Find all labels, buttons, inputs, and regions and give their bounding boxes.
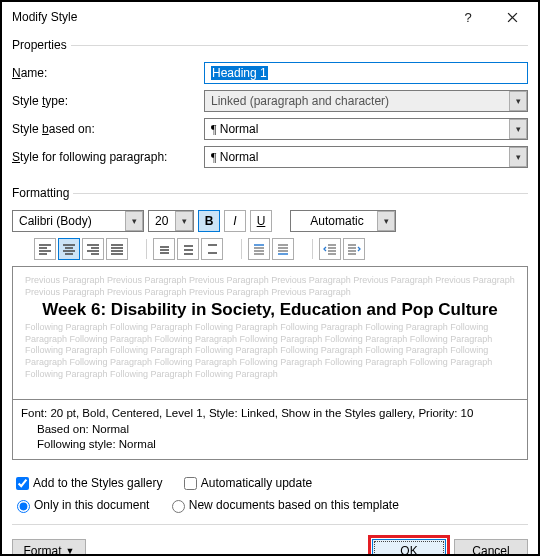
- properties-legend: Properties: [12, 38, 71, 52]
- dialog-title: Modify Style: [12, 10, 446, 24]
- preview-pane: Previous Paragraph Previous Paragraph Pr…: [12, 266, 528, 400]
- style-description: Font: 20 pt, Bold, Centered, Level 1, St…: [12, 400, 528, 460]
- line-spacing-2-button[interactable]: [201, 238, 223, 260]
- formatting-legend: Formatting: [12, 186, 73, 200]
- style-type-combo: Linked (paragraph and character) ▾: [204, 90, 528, 112]
- chevron-down-icon[interactable]: ▾: [509, 119, 527, 139]
- bold-button[interactable]: B: [198, 210, 220, 232]
- space-before-inc-button[interactable]: [248, 238, 270, 260]
- chevron-down-icon: ▾: [509, 91, 527, 111]
- align-center-button[interactable]: [58, 238, 80, 260]
- formatting-group: Formatting Calibri (Body) ▾ 20 ▾ B I U A…: [12, 186, 528, 466]
- format-button[interactable]: Format ▼: [12, 539, 86, 556]
- font-size-combo[interactable]: 20 ▾: [148, 210, 194, 232]
- based-on-combo[interactable]: ¶ Normal ▾: [204, 118, 528, 140]
- name-label: Name:: [12, 66, 204, 80]
- chevron-down-icon[interactable]: ▾: [377, 211, 395, 231]
- style-type-label: Style type:: [12, 94, 204, 108]
- font-combo[interactable]: Calibri (Body) ▾: [12, 210, 144, 232]
- new-docs-radio[interactable]: New documents based on this template: [167, 497, 399, 513]
- italic-button[interactable]: I: [224, 210, 246, 232]
- close-button[interactable]: [490, 3, 534, 31]
- chevron-down-icon[interactable]: ▾: [125, 211, 143, 231]
- align-right-button[interactable]: [82, 238, 104, 260]
- chevron-down-icon[interactable]: ▾: [175, 211, 193, 231]
- add-gallery-checkbox[interactable]: Add to the Styles gallery: [12, 474, 162, 493]
- chevron-down-icon[interactable]: ▾: [509, 147, 527, 167]
- following-combo[interactable]: ¶ Normal ▾: [204, 146, 528, 168]
- titlebar: Modify Style ?: [2, 2, 538, 32]
- auto-update-checkbox[interactable]: Automatically update: [180, 474, 312, 493]
- help-button[interactable]: ?: [446, 3, 490, 31]
- line-spacing-15-button[interactable]: [177, 238, 199, 260]
- space-before-dec-button[interactable]: [272, 238, 294, 260]
- based-on-label: Style based on:: [12, 122, 204, 136]
- indent-decrease-button[interactable]: [319, 238, 341, 260]
- properties-group: Properties Name: Heading 1 Style type: L…: [12, 38, 528, 180]
- cancel-button[interactable]: Cancel: [454, 539, 528, 556]
- only-this-doc-radio[interactable]: Only in this document: [12, 497, 149, 513]
- line-spacing-1-button[interactable]: [153, 238, 175, 260]
- name-input[interactable]: Heading 1: [204, 62, 528, 84]
- following-label: Style for following paragraph:: [12, 150, 204, 164]
- font-color-combo[interactable]: Automatic ▾: [290, 210, 396, 232]
- align-justify-button[interactable]: [106, 238, 128, 260]
- ok-button[interactable]: OK: [372, 539, 446, 556]
- preview-sample-text: Week 6: Disability in Society, Education…: [25, 300, 515, 320]
- align-left-button[interactable]: [34, 238, 56, 260]
- indent-increase-button[interactable]: [343, 238, 365, 260]
- underline-button[interactable]: U: [250, 210, 272, 232]
